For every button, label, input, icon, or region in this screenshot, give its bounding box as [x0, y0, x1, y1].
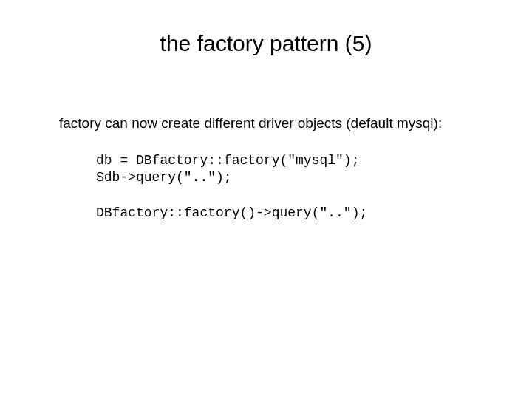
- code-block-1: db = DBfactory::factory("mysql"); $db->q…: [96, 152, 488, 185]
- slide: the factory pattern (5) factory can now …: [0, 0, 532, 399]
- slide-title: the factory pattern (5): [44, 31, 488, 56]
- code-line: $db->query("..");: [96, 170, 232, 185]
- code-line: db = DBfactory::factory("mysql");: [96, 153, 359, 168]
- code-block-2: DBfactory::factory()->query("..");: [96, 205, 488, 222]
- body-text: factory can now create different driver …: [59, 115, 488, 132]
- code-line: DBfactory::factory()->query("..");: [96, 205, 367, 220]
